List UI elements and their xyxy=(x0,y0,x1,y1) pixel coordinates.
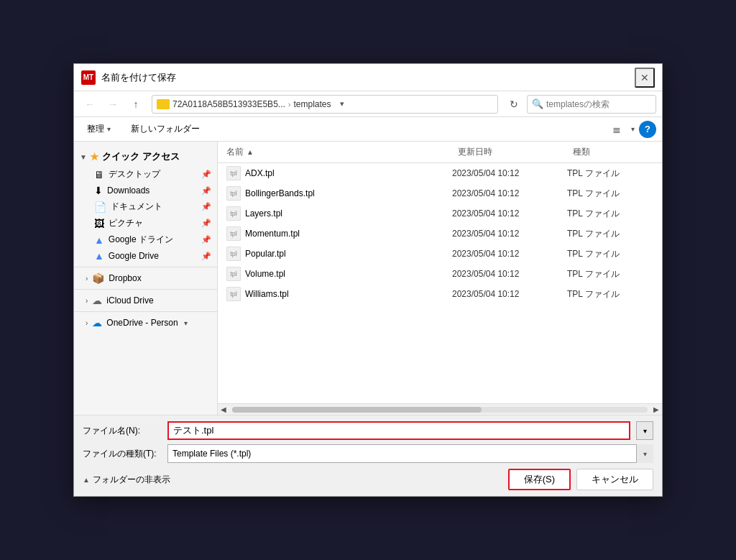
icloud-icon: ☁ xyxy=(92,295,102,306)
pin-icon: 📌 xyxy=(201,170,211,179)
view-button[interactable]: ≣ xyxy=(607,119,627,139)
search-icon: 🔍 xyxy=(532,98,543,109)
refresh-button[interactable]: ↻ xyxy=(504,94,524,114)
chevron-down-icon: ▼ xyxy=(80,153,87,161)
scroll-track xyxy=(232,407,648,413)
sidebar-item-documents[interactable]: 📄 ドキュメント 📌 xyxy=(74,198,217,215)
file-name: Momentum.tpl xyxy=(245,229,300,239)
sidebar-group-label: iCloud Drive xyxy=(106,295,153,306)
help-button[interactable]: ? xyxy=(639,121,656,138)
file-list-area: 名前 ▲ 更新日時 種類 tpl ADX.tpl 2023/05/04 10:1… xyxy=(218,142,662,415)
table-row[interactable]: tpl Popular.tpl 2023/05/04 10:12 TPL ファイ… xyxy=(224,244,656,264)
file-type: TPL ファイル xyxy=(567,288,653,300)
col-type-header[interactable]: 種類 xyxy=(570,142,656,162)
file-name-cell: tpl ADX.tpl xyxy=(226,165,452,182)
save-dialog: MT 名前を付けて保存 ✕ ← → ↑ 72A0118A58B513933E5B… xyxy=(73,63,663,497)
scroll-left-arrow[interactable]: ◀ xyxy=(218,404,229,416)
file-name: Volume.tpl xyxy=(245,269,285,279)
sidebar-item-label: ドキュメント xyxy=(111,201,162,213)
chevron-right-icon: › xyxy=(86,275,88,283)
scroll-right-arrow[interactable]: ▶ xyxy=(650,404,662,416)
sidebar-item-googledrive1[interactable]: ▲ Google ドライン 📌 xyxy=(74,231,217,248)
filetype-select[interactable]: Template Files (*.tpl) xyxy=(167,444,653,463)
file-modified: 2023/05/04 10:12 xyxy=(452,269,567,279)
forward-button[interactable]: → xyxy=(103,94,123,114)
file-icon: tpl xyxy=(226,226,241,241)
filetype-label: ファイルの種類(T): xyxy=(83,448,162,460)
save-button[interactable]: 保存(S) xyxy=(508,469,571,490)
quick-access-header[interactable]: ▼ ★ クイック アクセス xyxy=(74,147,217,166)
back-button[interactable]: ← xyxy=(80,94,100,114)
filename-label: ファイル名(N): xyxy=(83,425,162,437)
filetype-dropdown-wrap: Template Files (*.tpl) ▾ xyxy=(167,444,653,463)
file-modified: 2023/05/04 10:12 xyxy=(452,208,567,219)
close-button[interactable]: ✕ xyxy=(635,68,655,88)
sidebar-divider xyxy=(74,311,217,312)
new-folder-button[interactable]: 新しいフォルダー xyxy=(124,120,207,139)
scroll-thumb[interactable] xyxy=(232,407,482,413)
breadcrumb-current: templates xyxy=(293,99,331,109)
googledrive2-icon: ▲ xyxy=(94,250,104,262)
col-name-header[interactable]: 名前 ▲ xyxy=(224,142,455,162)
file-list-header: 名前 ▲ 更新日時 種類 xyxy=(218,142,662,163)
folder-toggle[interactable]: ▲ フォルダーの非表示 xyxy=(83,474,170,486)
file-name: BollingerBands.tpl xyxy=(245,188,315,198)
col-modified-header[interactable]: 更新日時 xyxy=(455,142,570,162)
dialog-title: 名前を付けて保存 xyxy=(101,71,635,84)
file-name: Layers.tpl xyxy=(245,208,282,219)
dropbox-icon: 📦 xyxy=(92,272,104,284)
breadcrumb-dropdown-button[interactable]: ▾ xyxy=(334,96,350,112)
search-bar: 🔍 xyxy=(527,95,656,114)
table-row[interactable]: tpl Layers.tpl 2023/05/04 10:12 TPL ファイル xyxy=(224,203,656,224)
cancel-button[interactable]: キャンセル xyxy=(576,469,653,490)
table-row[interactable]: tpl ADX.tpl 2023/05/04 10:12 TPL ファイル xyxy=(224,163,656,183)
filename-input[interactable] xyxy=(167,421,630,440)
table-row[interactable]: tpl Volume.tpl 2023/05/04 10:12 TPL ファイル xyxy=(224,264,656,284)
breadcrumb: 72A0118A58B513933E5B5... › templates ▾ xyxy=(152,95,498,114)
folder-icon xyxy=(157,99,170,109)
documents-icon: 📄 xyxy=(94,201,106,213)
file-type: TPL ファイル xyxy=(567,248,653,260)
pin-icon: 📌 xyxy=(201,202,211,211)
file-modified: 2023/05/04 10:12 xyxy=(452,188,567,198)
folder-toggle-label: フォルダーの非表示 xyxy=(93,474,170,486)
pin-icon: 📌 xyxy=(201,235,211,244)
file-name-cell: tpl Layers.tpl xyxy=(226,205,452,222)
sidebar-group-label: Dropbox xyxy=(109,273,141,283)
sidebar-item-desktop[interactable]: 🖥 デスクトップ 📌 xyxy=(74,166,217,183)
organize-button[interactable]: 整理 ▾ xyxy=(80,120,118,139)
file-type: TPL ファイル xyxy=(567,208,653,220)
sidebar-item-onedrive[interactable]: › ☁ OneDrive - Person ▾ xyxy=(74,315,217,331)
sidebar-item-icloud[interactable]: › ☁ iCloud Drive xyxy=(74,293,217,308)
table-row[interactable]: tpl Momentum.tpl 2023/05/04 10:12 TPL ファ… xyxy=(224,224,656,244)
file-name: Popular.tpl xyxy=(245,249,286,259)
sidebar-item-label: ピクチャ xyxy=(109,217,143,229)
sidebar: ▼ ★ クイック アクセス 🖥 デスクトップ 📌 ⬇ Downloads 📌 📄… xyxy=(74,142,218,415)
horizontal-scrollbar[interactable]: ◀ ▶ xyxy=(218,403,662,415)
file-icon: tpl xyxy=(226,267,241,281)
pin-icon: 📌 xyxy=(201,186,211,196)
filename-dropdown-button[interactable]: ▾ xyxy=(636,421,653,440)
table-row[interactable]: tpl BollingerBands.tpl 2023/05/04 10:12 … xyxy=(224,183,656,203)
search-input[interactable] xyxy=(546,99,647,109)
sidebar-item-downloads[interactable]: ⬇ Downloads 📌 xyxy=(74,183,217,198)
pictures-icon: 🖼 xyxy=(94,218,104,229)
sidebar-group-label: OneDrive - Person xyxy=(106,318,178,328)
sidebar-item-dropbox[interactable]: › 📦 Dropbox xyxy=(74,270,217,286)
desktop-icon: 🖥 xyxy=(94,169,104,180)
up-button[interactable]: ↑ xyxy=(126,94,146,114)
table-row[interactable]: tpl Williams.tpl 2023/05/04 10:12 TPL ファ… xyxy=(224,284,656,304)
file-name-cell: tpl Williams.tpl xyxy=(226,285,452,303)
file-modified: 2023/05/04 10:12 xyxy=(452,168,567,178)
file-icon: tpl xyxy=(226,166,241,180)
action-buttons: 保存(S) キャンセル xyxy=(508,469,653,490)
sidebar-item-pictures[interactable]: 🖼 ピクチャ 📌 xyxy=(74,215,217,231)
sidebar-item-googledrive2[interactable]: ▲ Google Drive 📌 xyxy=(74,248,217,264)
view-dropdown-arrow[interactable]: ▾ xyxy=(631,125,635,133)
file-name-cell: tpl Momentum.tpl xyxy=(226,225,452,242)
breadcrumb-path: 72A0118A58B513933E5B5... xyxy=(172,99,285,109)
file-modified: 2023/05/04 10:12 xyxy=(452,229,567,239)
onedrive-icon: ☁ xyxy=(92,317,102,329)
action-bar: 整理 ▾ 新しいフォルダー ≣ ▾ ? xyxy=(74,117,662,142)
breadcrumb-separator: › xyxy=(288,100,291,109)
